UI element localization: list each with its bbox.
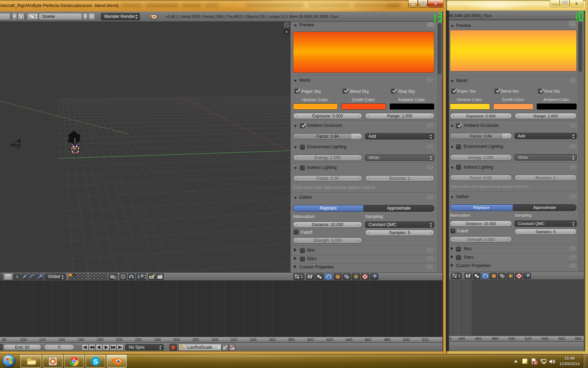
svg-text:S: S <box>93 358 98 365</box>
